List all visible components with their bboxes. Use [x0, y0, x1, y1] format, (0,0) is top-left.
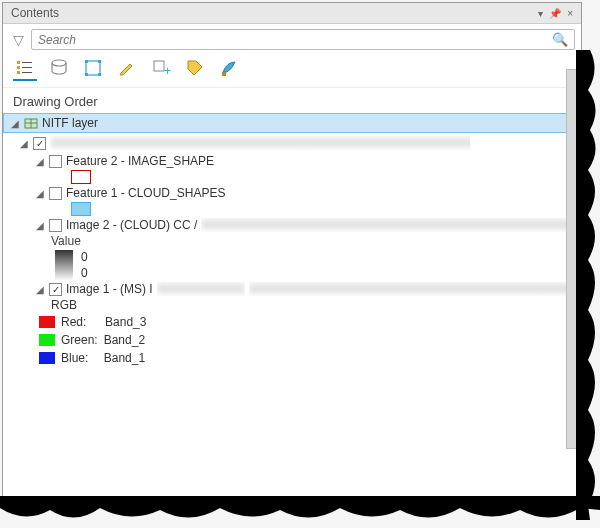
data-source-icon: [49, 58, 69, 78]
svg-rect-8: [85, 60, 88, 63]
dataset-label-redacted: XXXXXXXXXXXXXXXXXXXXXXXXXXXXXXXXXXXXXXXX…: [50, 136, 470, 150]
feature2-symbol-swatch[interactable]: [71, 170, 91, 184]
group-layer-icon: [24, 116, 38, 130]
contents-panel: Contents ▾ 📌 × ▽ 🔍 +: [2, 2, 582, 502]
expander-icon[interactable]: ◢: [35, 156, 45, 166]
search-row: ▽ 🔍: [3, 24, 581, 53]
blue-band: Band_1: [104, 351, 145, 365]
green-label: Green:: [61, 333, 98, 347]
root-layer-row[interactable]: ◢ NITF layer: [3, 113, 581, 133]
stretch-max-value: 0: [81, 250, 88, 264]
snapping-icon: +: [151, 58, 171, 78]
green-band: Band_2: [104, 333, 145, 347]
svg-rect-10: [85, 73, 88, 76]
close-menu-icon[interactable]: ×: [567, 8, 573, 19]
visibility-checkbox[interactable]: [49, 187, 62, 200]
search-box[interactable]: 🔍: [31, 29, 575, 50]
options-dropdown-icon[interactable]: ▾: [538, 8, 543, 19]
feature1-row[interactable]: ◢ Feature 1 - CLOUD_SHAPES: [35, 185, 581, 201]
label-tag-icon: [185, 58, 205, 78]
blue-band-swatch[interactable]: [39, 352, 55, 364]
image2-row[interactable]: ◢ Image 2 - (CLOUD) CC / XXXXXXXXXXXXXXX…: [35, 217, 581, 233]
expander-icon[interactable]: ◢: [35, 220, 45, 230]
pencil-icon: [117, 58, 137, 78]
green-band-swatch[interactable]: [39, 334, 55, 346]
list-by-editing-button[interactable]: [115, 57, 139, 81]
svg-rect-14: [222, 72, 226, 76]
selection-icon: [83, 58, 103, 78]
red-band-swatch[interactable]: [39, 316, 55, 328]
image1-label-redacted-2: XXXXXXXXXXXXXXXXXXXXXXXXXXXXXXXXXXXXXXXX…: [249, 282, 581, 296]
list-by-snapping-button[interactable]: +: [149, 57, 173, 81]
svg-rect-11: [98, 73, 101, 76]
svg-point-6: [52, 60, 66, 66]
visibility-checkbox[interactable]: [33, 137, 46, 150]
panel-header: Contents ▾ 📌 ×: [3, 3, 581, 24]
list-by-perspective-button[interactable]: [217, 57, 241, 81]
dataset-row[interactable]: ◢ XXXXXXXXXXXXXXXXXXXXXXXXXXXXXXXXXXXXXX…: [19, 135, 581, 151]
vertical-scrollbar[interactable]: [566, 69, 580, 449]
feature2-row[interactable]: ◢ Feature 2 - IMAGE_SHAPE: [35, 153, 581, 169]
brush-icon: [219, 58, 239, 78]
image2-value-label: Value: [51, 234, 81, 248]
blue-label: Blue:: [61, 351, 88, 365]
svg-rect-7: [86, 61, 100, 75]
feature1-label: Feature 1 - CLOUD_SHAPES: [66, 186, 225, 200]
image1-label: Image 1 - (MS) I: [66, 282, 153, 296]
svg-rect-9: [98, 60, 101, 63]
panel-title: Contents: [11, 6, 59, 20]
toolbar: +: [3, 53, 581, 88]
visibility-checkbox[interactable]: [49, 219, 62, 232]
svg-text:+: +: [164, 64, 171, 78]
visibility-checkbox[interactable]: [49, 283, 62, 296]
image2-label: Image 2 - (CLOUD) CC /: [66, 218, 197, 232]
feature2-label: Feature 2 - IMAGE_SHAPE: [66, 154, 214, 168]
search-input[interactable]: [38, 33, 552, 47]
svg-rect-2: [17, 71, 20, 74]
filter-icon[interactable]: ▽: [9, 32, 27, 48]
search-icon[interactable]: 🔍: [552, 32, 568, 47]
list-by-labeling-button[interactable]: [183, 57, 207, 81]
image1-row[interactable]: ◢ Image 1 - (MS) I XXXXXXXXXXX XXXXXXXXX…: [35, 281, 581, 297]
red-band: Band_3: [105, 315, 146, 329]
svg-rect-0: [17, 61, 20, 64]
rgb-heading: RGB: [51, 298, 77, 312]
drawing-order-icon: [15, 58, 35, 78]
root-layer-label: NITF layer: [42, 116, 98, 130]
svg-rect-1: [17, 66, 20, 69]
list-by-source-button[interactable]: [47, 57, 71, 81]
stretch-min-value: 0: [81, 266, 88, 280]
expander-icon[interactable]: ◢: [10, 118, 20, 128]
autohide-pin-icon[interactable]: 📌: [549, 8, 561, 19]
image1-label-redacted: XXXXXXXXXXX: [157, 282, 245, 296]
stretch-gradient-swatch[interactable]: [55, 250, 73, 280]
section-title: Drawing Order: [3, 88, 581, 113]
red-label: Red:: [61, 315, 86, 329]
expander-icon[interactable]: ◢: [35, 188, 45, 198]
expander-icon[interactable]: ◢: [35, 284, 45, 294]
layer-tree: ◢ NITF layer ◢ XXXXXXXXXXXXXXXXXXXXXXXXX…: [3, 113, 581, 501]
expander-icon[interactable]: ◢: [19, 138, 29, 148]
list-by-drawing-order-button[interactable]: [13, 57, 37, 81]
visibility-checkbox[interactable]: [49, 155, 62, 168]
list-by-selection-button[interactable]: [81, 57, 105, 81]
image2-label-redacted: XXXXXXXXXXXXXXXXXXXXXXXXXXXXXXXXXXXXXXXX…: [201, 218, 581, 232]
feature1-symbol-swatch[interactable]: [71, 202, 91, 216]
svg-rect-12: [154, 61, 164, 71]
